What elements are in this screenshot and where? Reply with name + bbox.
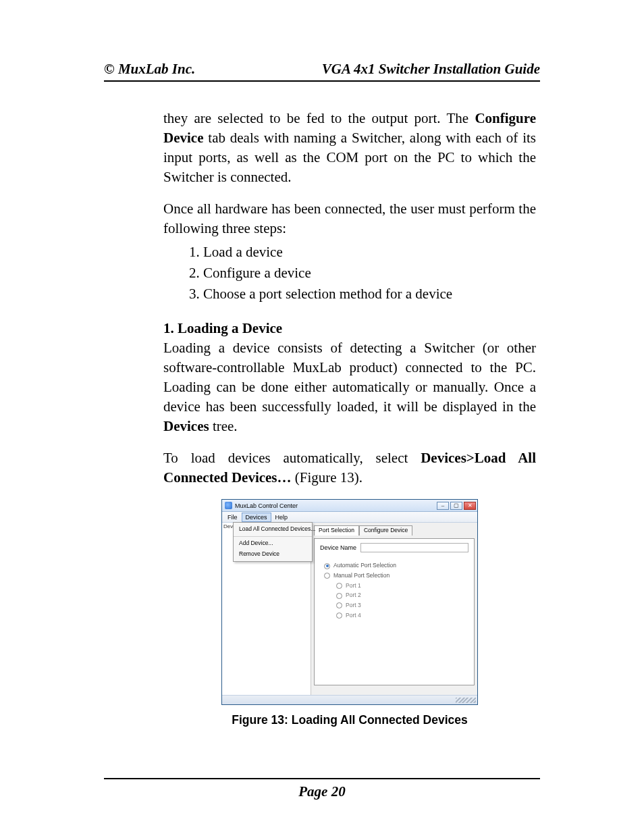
footer-rule: [104, 778, 540, 779]
tab-configure-device[interactable]: Configure Device: [359, 525, 412, 536]
step-2: 2. Configure a device: [189, 263, 536, 283]
radio-automatic-row: Automatic Port Selection: [324, 562, 468, 570]
tab-panel: Device Name Automatic Port Selection: [314, 538, 475, 685]
p4-text-c: (Figure 13).: [292, 469, 363, 486]
header-left: © MuxLab Inc.: [104, 61, 195, 78]
section-heading-loading: 1. Loading a Device: [163, 319, 536, 338]
radio-port1-label: Port 1: [346, 582, 361, 590]
paragraph-2: Once all hardware has been connected, th…: [163, 199, 536, 238]
client-area: Dev Load All Connected Devices... Add De…: [222, 523, 477, 695]
header-right: VGA 4x1 Switcher Installation Guide: [322, 61, 540, 78]
maximize-button[interactable]: ▢: [450, 502, 462, 510]
p1-text-a: they are selected to be fed to the outpu…: [163, 110, 475, 126]
radio-port3-label: Port 3: [346, 602, 361, 610]
radio-port2-row: Port 2: [336, 592, 468, 600]
p4-text-a: To load devices automatically, select: [163, 450, 421, 466]
radio-port4[interactable]: [336, 613, 342, 619]
radio-port1[interactable]: [336, 583, 342, 589]
device-name-label: Device Name: [320, 544, 356, 552]
app-icon: [225, 502, 232, 509]
menubar: File Devices Help: [222, 512, 477, 523]
dropdown-separator: [234, 536, 312, 537]
step-3: 3. Choose a port selection method for a …: [189, 284, 536, 304]
tabstrip: Port Selection Configure Device: [314, 525, 475, 536]
close-button[interactable]: ✕: [464, 502, 476, 510]
device-name-input[interactable]: [360, 543, 468, 552]
p3-text-c: tree.: [209, 418, 238, 434]
radio-port2-label: Port 2: [346, 592, 361, 600]
menu-devices[interactable]: Devices: [242, 513, 271, 522]
page-footer: Page 20: [104, 778, 540, 800]
port-selection-group: Automatic Port Selection Manual Port Sel…: [324, 562, 468, 619]
p3-bold: Devices: [163, 418, 209, 434]
titlebar[interactable]: MuxLab Control Center – ▢ ✕: [222, 500, 477, 512]
tree-label: Dev: [223, 523, 233, 530]
radio-port3[interactable]: [336, 602, 342, 608]
paragraph-3: Loading a device consists of detecting a…: [163, 338, 536, 436]
step-1: 1. Load a device: [189, 242, 536, 262]
menu-file[interactable]: File: [223, 513, 242, 522]
menu-help[interactable]: Help: [271, 513, 292, 522]
menu-remove-device[interactable]: Remove Device: [234, 549, 312, 560]
p3-text-a: Loading a device consists of detecting a…: [163, 340, 536, 415]
page-number: Page 20: [104, 783, 540, 800]
radio-manual[interactable]: [324, 573, 330, 579]
device-tree-panel: Dev Load All Connected Devices... Add De…: [222, 523, 311, 695]
tab-port-selection[interactable]: Port Selection: [314, 525, 359, 536]
body-text: they are selected to be fed to the outpu…: [104, 109, 540, 729]
size-grip[interactable]: [456, 698, 476, 703]
minimize-button[interactable]: –: [437, 502, 449, 510]
statusbar: [222, 695, 477, 704]
device-name-row: Device Name: [320, 543, 468, 552]
devices-dropdown: Load All Connected Devices... Add Device…: [233, 522, 313, 561]
menu-load-all-connected-devices[interactable]: Load All Connected Devices...: [234, 524, 312, 535]
menu-add-device[interactable]: Add Device...: [234, 538, 312, 549]
radio-automatic-label: Automatic Port Selection: [333, 562, 396, 570]
window-buttons: – ▢ ✕: [437, 502, 476, 510]
paragraph-1: they are selected to be fed to the outpu…: [163, 109, 536, 187]
radio-port4-label: Port 4: [346, 612, 361, 620]
radio-port4-row: Port 4: [336, 612, 468, 620]
right-panel: Port Selection Configure Device Device N…: [311, 523, 477, 695]
radio-automatic[interactable]: [324, 563, 330, 569]
page-header: © MuxLab Inc. VGA 4x1 Switcher Installat…: [104, 61, 540, 78]
p1-text-c: tab deals with naming a Switcher, along …: [163, 130, 536, 185]
document-page: © MuxLab Inc. VGA 4x1 Switcher Installat…: [0, 0, 644, 834]
window-title: MuxLab Control Center: [235, 502, 437, 510]
radio-manual-label: Manual Port Selection: [333, 572, 390, 580]
figure-13: MuxLab Control Center – ▢ ✕ File Devices…: [163, 499, 536, 705]
header-rule: [104, 80, 540, 82]
radio-port3-row: Port 3: [336, 602, 468, 610]
radio-port2[interactable]: [336, 593, 342, 599]
paragraph-4: To load devices automatically, select De…: [163, 448, 536, 488]
figure-caption: Figure 13: Loading All Connected Devices: [163, 712, 536, 728]
app-window: MuxLab Control Center – ▢ ✕ File Devices…: [221, 499, 478, 705]
radio-port1-row: Port 1: [336, 582, 468, 590]
radio-manual-row: Manual Port Selection: [324, 572, 468, 580]
numbered-steps: 1. Load a device 2. Configure a device 3…: [189, 242, 536, 304]
